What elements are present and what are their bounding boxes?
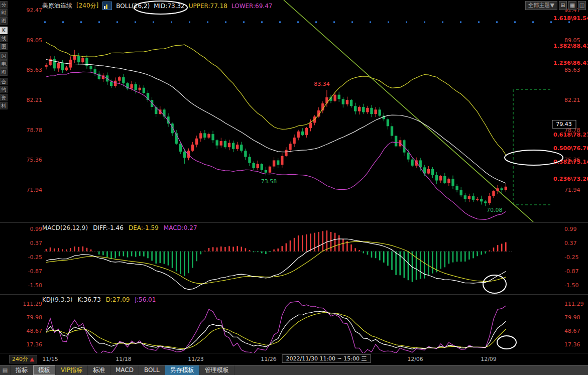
sidebar-char: 闪 [0,52,8,60]
split-window-icon[interactable]: ◫ [578,1,586,10]
svg-text:-0.87: -0.87 [564,268,578,275]
macd-pane [44,230,512,289]
grid-layout-icon[interactable]: ▦ [568,1,576,10]
bottom-tab-6[interactable]: BOLL [139,365,165,375]
sidebar-item-2[interactable]: K线图 [0,27,9,50]
app-window: 分时图K线图闪电图合约资料 美原油连续 [240分] BOLL(26,2) MI… [0,0,588,375]
sidebar-char: 电 [0,60,8,68]
kdj-header: KDJ(9,3,3) K:36.73 D:27.09 J:56.01 [42,296,156,303]
macd-diff-value: DIFF:-1.46 [93,224,124,231]
chart-canvas[interactable]: 92.4792.4789.0589.0585.6385.6382.2182.21… [0,0,588,375]
svg-text:82.21: 82.21 [27,97,43,103]
bottom-tab-2[interactable]: 模板 [33,365,56,375]
sidebar-char: 分 [0,1,8,9]
bottom-tab-4[interactable]: 标准 [88,365,110,375]
sidebar-char: 图 [0,17,8,25]
svg-text:0.99: 0.99 [30,226,43,232]
svg-text:71.94: 71.94 [27,187,43,193]
macd-dea-value: DEA:-1.59 [129,224,159,231]
add-window-icon[interactable]: ⊞ [559,1,567,10]
bottom-tab-1[interactable]: 指标 [11,365,33,375]
svg-text:17.36: 17.36 [564,341,580,348]
annotation-circle [497,336,516,349]
sidebar-char: 图 [0,68,8,76]
kdj-k-value: K:36.73 [78,296,101,303]
chart-header: 美原油连续 [240分] BOLL(26,2) MID:73.32 UPPER:… [42,2,272,10]
svg-text:79.98: 79.98 [27,314,43,321]
bottom-tab-3[interactable]: VIP指标 [56,365,88,375]
sidebar-char: 线 [0,35,8,42]
svg-text:73.58: 73.58 [261,178,277,185]
sidebar-char: 时 [0,9,8,17]
window-icons: ⊞▦◫ [559,1,586,10]
kdj-title: KDJ(9,3,3) [42,296,73,303]
sidebar-item-4[interactable]: 合约资料 [0,78,9,109]
macd-title: MACD(26,12,9) [42,224,88,231]
svg-text:-1.50: -1.50 [28,282,42,289]
bottom-tabs: 指标模板VIP指标标准MACDBOLL另存模板管理模板 [11,365,234,375]
sidebar-item-1[interactable]: 分时图 [0,1,9,25]
candles-layer [45,50,507,206]
sidebar-char: 料 [0,102,8,109]
svg-text:83.34: 83.34 [314,81,330,87]
svg-text:79.98: 79.98 [564,314,580,321]
svg-text:0.236\73.20: 0.236\73.20 [553,176,588,182]
svg-text:48.67: 48.67 [564,328,580,334]
main-price-pane [44,0,585,222]
svg-text:92.47: 92.47 [27,7,43,14]
svg-text:0.618\78.27: 0.618\78.27 [553,132,588,138]
svg-text:111.29: 111.29 [23,301,43,307]
svg-text:70.08: 70.08 [487,207,503,213]
svg-text:-0.87: -0.87 [28,268,42,275]
date-label: 12/09 [481,356,497,362]
left-sidebar: 分时图K线图闪电图合约资料 [0,1,9,109]
svg-text:-1.50: -1.50 [564,282,578,289]
annotation-circle [505,150,563,165]
period-selector[interactable]: 240分 ▲ [9,355,37,363]
svg-text:0.500\76.70: 0.500\76.70 [553,145,588,152]
svg-text:85.63: 85.63 [564,67,580,73]
svg-text:0.99: 0.99 [564,226,577,232]
svg-text:89.05: 89.05 [27,37,43,44]
svg-text:78.78: 78.78 [27,127,43,134]
date-label: 11/26 [261,356,277,362]
svg-text:71.94: 71.94 [564,187,580,193]
sidebar-char: 资 [0,94,8,101]
svg-text:75.36: 75.36 [564,157,580,163]
selected-bar-time: 2022/11/30 11:00 ~ 15:00 三 [282,354,371,363]
kdj-d-value: D:27.09 [106,296,130,303]
svg-text:0.382\75.14: 0.382\75.14 [553,159,588,165]
kdj-j-value: J:56.01 [135,296,156,303]
sidebar-item-3[interactable]: 闪电图 [0,52,9,76]
panel-list-icon[interactable]: ▤ [0,365,11,375]
period-tag: [240分] [76,2,98,10]
sidebar-char: 约 [0,86,8,93]
kdj-pane [46,301,506,355]
date-label: 11/15 [42,356,58,362]
annotation-circle [483,275,506,293]
svg-text:1.618\91.54: 1.618\91.54 [553,15,588,22]
date-label: 11/23 [188,356,204,362]
svg-text:-0.25: -0.25 [28,254,42,261]
top-toolbar: 全部主题▼ ⊞▦◫ [525,1,586,10]
candlestick-icon [102,2,112,10]
svg-text:17.36: 17.36 [27,341,43,348]
theme-dropdown[interactable]: 全部主题▼ [525,1,557,10]
svg-text:0.37: 0.37 [564,240,577,246]
date-label: 11/18 [115,356,132,362]
svg-text:1.382\88.41: 1.382\88.41 [553,43,588,49]
bottom-tab-5[interactable]: MACD [110,365,139,375]
period-label: 240分 [12,356,28,362]
price-tag [552,120,576,128]
bottom-tab-7[interactable]: 另存模板 [165,365,200,375]
macd-header: MACD(26,12,9) DIFF:-1.46 DEA:-1.59 MACD:… [42,224,197,231]
symbol-title: 美原油连续 [42,2,72,10]
bottom-tab-bar: ▤ 指标模板VIP指标标准MACDBOLL另存模板管理模板 [0,365,588,375]
bottom-tab-8[interactable]: 管理模板 [200,365,234,375]
svg-text:78.78: 78.78 [564,127,580,134]
svg-text:48.67: 48.67 [27,328,43,334]
svg-text:89.05: 89.05 [564,37,580,44]
boll-upper-value: UPPER:77.18 [189,3,227,10]
svg-text:1.236\86.47: 1.236\86.47 [553,60,588,66]
indicator-name: BOLL(26,2) [116,3,150,10]
